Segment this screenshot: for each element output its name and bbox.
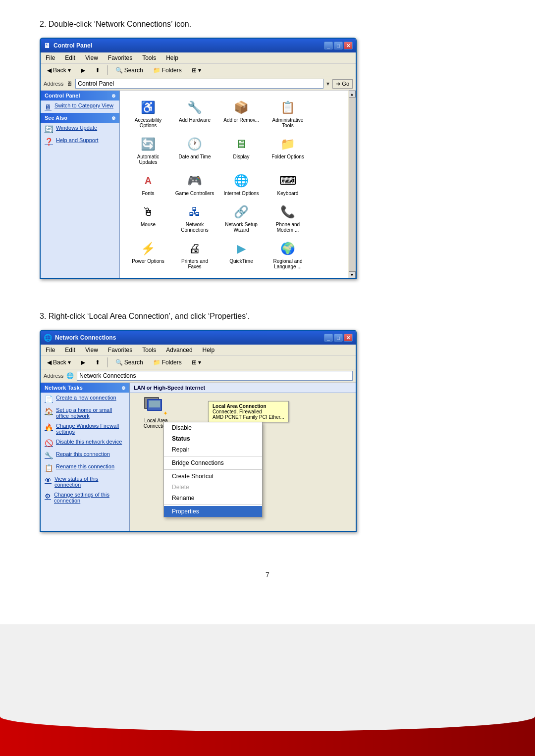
- cp-icon-admin[interactable]: 📋 Administrative Tools: [266, 97, 310, 131]
- display-label: Display: [233, 154, 250, 159]
- cp-icon-power[interactable]: ⚡ Power Options: [126, 238, 170, 272]
- cp-icon-networksetup[interactable]: 🔗 Network Setup Wizard: [219, 201, 264, 236]
- datetime-icon: 🕐: [187, 136, 203, 152]
- nc-up-button[interactable]: ⬆: [92, 357, 104, 367]
- nc-search-button[interactable]: 🔍 Search: [112, 357, 147, 367]
- menu-file[interactable]: File: [44, 53, 57, 62]
- folders-button[interactable]: 📁 Folders: [150, 65, 185, 75]
- nc-view-status[interactable]: 👁 View status of this connection: [41, 474, 129, 490]
- cp-icon-updates[interactable]: 🔄 Automatic Updates: [126, 133, 170, 168]
- nc-collapse-btn[interactable]: ⊗: [121, 385, 125, 391]
- help-support-item[interactable]: ❓ Help and Support: [41, 135, 119, 148]
- nc-address-field[interactable]: Network Connections: [77, 371, 353, 381]
- scroll-down-btn[interactable]: ▼: [349, 271, 356, 278]
- nc-forward-button[interactable]: ▶: [77, 357, 89, 367]
- menu-help[interactable]: Help: [164, 53, 180, 62]
- control-panel-toolbar: ◀ Back ▾ ▶ ⬆ 🔍 Search 📁 Folders: [41, 64, 356, 77]
- windows-update-item[interactable]: 🔄 Windows Update: [41, 123, 119, 135]
- ctx-rename[interactable]: Rename: [164, 493, 262, 504]
- views-button[interactable]: ⊞ ▾: [188, 65, 205, 75]
- scroll-up-btn[interactable]: ▲: [349, 91, 356, 98]
- nc-create-connection[interactable]: 📄 Create a new connection: [41, 393, 129, 405]
- search-button[interactable]: 🔍 Search: [112, 65, 147, 75]
- cp-icon-accessibility[interactable]: ♿ Accessibility Options: [126, 97, 170, 131]
- menu-tools[interactable]: Tools: [140, 53, 158, 62]
- nc-menu-edit[interactable]: Edit: [63, 346, 77, 354]
- nc-folders-icon: 📁: [153, 359, 160, 366]
- cp-icon-datetime[interactable]: 🕐 Date and Time: [172, 133, 217, 168]
- control-panel-sidebar: Control Panel ⊗ 🖥 Switch to Category Vie…: [41, 91, 120, 278]
- cp-icon-phone[interactable]: 📞 Phone and Modem ...: [266, 201, 310, 236]
- go-button[interactable]: ➜ Go: [332, 79, 353, 89]
- nc-maximize-button[interactable]: □: [334, 334, 343, 342]
- cp-icon-internet[interactable]: 🌐 Internet Options: [219, 170, 264, 199]
- nc-menu-tools[interactable]: Tools: [140, 346, 158, 354]
- forward-button[interactable]: ▶: [77, 65, 89, 75]
- hardware-icon: 🔧: [187, 100, 203, 115]
- nc-menu-file[interactable]: File: [44, 346, 57, 354]
- nc-window-controls: _ □ ✕: [324, 334, 353, 342]
- display-icon: 🖥: [233, 136, 249, 152]
- scrollbar[interactable]: ▲ ▼: [348, 91, 356, 278]
- collapse-btn-1[interactable]: ⊗: [111, 93, 115, 99]
- keyboard-label: Keyboard: [277, 191, 299, 196]
- ctx-bridge[interactable]: Bridge Connections: [164, 457, 262, 468]
- nc-minimize-button[interactable]: _: [324, 334, 333, 342]
- nc-rename[interactable]: 📋 Rename this connection: [41, 461, 129, 474]
- cp-icon-hardware[interactable]: 🔧 Add Hardware: [172, 97, 217, 131]
- minimize-button[interactable]: _: [324, 42, 333, 50]
- maximize-button[interactable]: □: [334, 42, 343, 50]
- control-panel-icons-area: ♿ Accessibility Options 🔧 Add Hardware 📦…: [120, 91, 348, 278]
- nc-close-button[interactable]: ✕: [344, 334, 353, 342]
- cp-icon-keyboard[interactable]: ⌨ Keyboard: [266, 170, 310, 199]
- cp-icon-regional[interactable]: 🌍 Regional and Language ...: [266, 238, 310, 272]
- ctx-status[interactable]: Status: [164, 433, 262, 444]
- cp-icon-network[interactable]: 🖧 Network Connections: [172, 201, 217, 236]
- nc-addressbar: Address 🌐 Network Connections: [41, 369, 356, 383]
- cp-icon-addremove[interactable]: 📦 Add or Remov...: [219, 97, 264, 131]
- cp-icon-printers[interactable]: 🖨 Printers and Faxes: [172, 238, 217, 272]
- nc-menu-view[interactable]: View: [83, 346, 100, 354]
- cp-icon-mouse[interactable]: 🖱 Mouse: [126, 201, 170, 236]
- address-field[interactable]: Control Panel: [75, 79, 323, 89]
- up-button[interactable]: ⬆: [92, 65, 104, 75]
- nc-body: Network Tasks ⊗ 📄 Create a new connectio…: [41, 383, 356, 531]
- bottom-decoration: [0, 716, 535, 756]
- close-button[interactable]: ✕: [344, 42, 353, 50]
- nc-repair[interactable]: 🔧 Repair this connection: [41, 449, 129, 461]
- nc-home-network[interactable]: 🏠 Set up a home or small office network: [41, 405, 129, 421]
- change-settings-label: Change settings of this connection: [54, 492, 125, 504]
- nc-views-button[interactable]: ⊞ ▾: [188, 357, 205, 367]
- ctx-disable[interactable]: Disable: [164, 422, 262, 433]
- ctx-shortcut[interactable]: Create Shortcut: [164, 471, 262, 482]
- disable-device-label: Disable this network device: [56, 439, 122, 445]
- cp-icon-display[interactable]: 🖥 Display: [219, 133, 264, 168]
- cp-icon-folder[interactable]: 📁 Folder Options: [266, 133, 310, 168]
- control-panel-addressbar: Address 🖥 Control Panel ▾ ➜ Go: [41, 77, 356, 91]
- nc-toolbar-sep: [107, 357, 108, 367]
- nc-back-button[interactable]: ◀ Back ▾: [44, 357, 74, 367]
- nc-firewall[interactable]: 🔥 Change Windows Firewall settings: [41, 421, 129, 437]
- ctx-repair[interactable]: Repair: [164, 444, 262, 455]
- switch-category-item[interactable]: 🖥 Switch to Category View: [41, 101, 119, 113]
- collapse-btn-2[interactable]: ⊗: [111, 115, 115, 121]
- nc-change-settings[interactable]: ⚙ Change settings of this connection: [41, 490, 129, 505]
- cp-icon-quicktime[interactable]: ▶ QuickTime: [219, 238, 264, 272]
- nc-menu-help[interactable]: Help: [201, 346, 217, 354]
- ctx-properties[interactable]: Properties: [164, 506, 262, 517]
- sidebar-header-2: See Also ⊗: [41, 113, 119, 123]
- cp-icon-game[interactable]: 🎮 Game Controllers: [172, 170, 217, 199]
- menu-view[interactable]: View: [83, 53, 100, 62]
- nc-folders-button[interactable]: 📁 Folders: [150, 357, 185, 367]
- quicktime-icon: ▶: [233, 241, 249, 256]
- cp-icon-fonts[interactable]: A Fonts: [126, 170, 170, 199]
- lan-area: ✦ Local Area Connection Local Area Conne…: [130, 393, 356, 433]
- mouse-label: Mouse: [141, 222, 156, 227]
- back-button[interactable]: ◀ Back ▾: [44, 65, 74, 75]
- nc-disable-device[interactable]: 🚫 Disable this network device: [41, 437, 129, 449]
- nc-menu-advanced[interactable]: Advanced: [164, 346, 194, 354]
- menu-edit[interactable]: Edit: [63, 53, 77, 62]
- menu-favorites[interactable]: Favorites: [106, 53, 134, 62]
- nc-menu-favorites[interactable]: Favorites: [106, 346, 134, 354]
- regional-label: Regional and Language ...: [268, 258, 308, 269]
